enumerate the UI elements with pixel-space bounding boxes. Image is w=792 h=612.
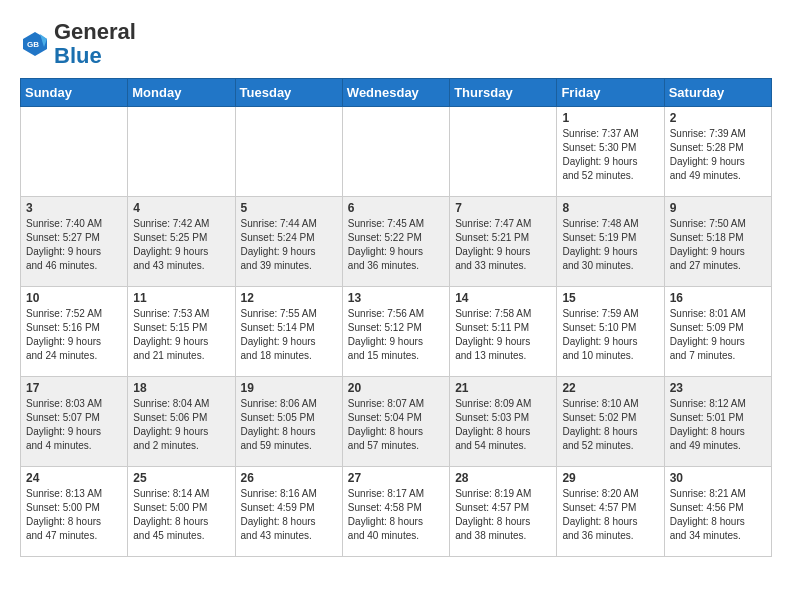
day-number: 25 (133, 471, 229, 485)
day-number: 12 (241, 291, 337, 305)
day-number: 1 (562, 111, 658, 125)
day-number: 7 (455, 201, 551, 215)
day-number: 15 (562, 291, 658, 305)
day-number: 19 (241, 381, 337, 395)
logo-text: General Blue (54, 20, 136, 68)
day-number: 22 (562, 381, 658, 395)
day-number: 17 (26, 381, 122, 395)
day-number: 9 (670, 201, 766, 215)
day-info: Sunrise: 8:21 AM Sunset: 4:56 PM Dayligh… (670, 487, 766, 543)
calendar-day-cell (235, 107, 342, 197)
weekday-header-saturday: Saturday (664, 79, 771, 107)
calendar-day-cell: 23Sunrise: 8:12 AM Sunset: 5:01 PM Dayli… (664, 377, 771, 467)
calendar-day-cell: 10Sunrise: 7:52 AM Sunset: 5:16 PM Dayli… (21, 287, 128, 377)
day-info: Sunrise: 7:45 AM Sunset: 5:22 PM Dayligh… (348, 217, 444, 273)
day-info: Sunrise: 8:07 AM Sunset: 5:04 PM Dayligh… (348, 397, 444, 453)
day-info: Sunrise: 8:16 AM Sunset: 4:59 PM Dayligh… (241, 487, 337, 543)
day-info: Sunrise: 8:09 AM Sunset: 5:03 PM Dayligh… (455, 397, 551, 453)
day-number: 28 (455, 471, 551, 485)
calendar-week-row: 3Sunrise: 7:40 AM Sunset: 5:27 PM Daylig… (21, 197, 772, 287)
calendar-day-cell: 15Sunrise: 7:59 AM Sunset: 5:10 PM Dayli… (557, 287, 664, 377)
calendar-header-row: SundayMondayTuesdayWednesdayThursdayFrid… (21, 79, 772, 107)
logo-icon: GB (20, 29, 50, 59)
calendar-day-cell: 3Sunrise: 7:40 AM Sunset: 5:27 PM Daylig… (21, 197, 128, 287)
day-number: 16 (670, 291, 766, 305)
day-info: Sunrise: 7:44 AM Sunset: 5:24 PM Dayligh… (241, 217, 337, 273)
day-info: Sunrise: 8:03 AM Sunset: 5:07 PM Dayligh… (26, 397, 122, 453)
day-number: 8 (562, 201, 658, 215)
day-number: 6 (348, 201, 444, 215)
day-info: Sunrise: 7:50 AM Sunset: 5:18 PM Dayligh… (670, 217, 766, 273)
calendar-day-cell (450, 107, 557, 197)
day-number: 23 (670, 381, 766, 395)
day-info: Sunrise: 8:01 AM Sunset: 5:09 PM Dayligh… (670, 307, 766, 363)
day-info: Sunrise: 8:20 AM Sunset: 4:57 PM Dayligh… (562, 487, 658, 543)
calendar-day-cell: 13Sunrise: 7:56 AM Sunset: 5:12 PM Dayli… (342, 287, 449, 377)
calendar-week-row: 1Sunrise: 7:37 AM Sunset: 5:30 PM Daylig… (21, 107, 772, 197)
calendar-day-cell: 26Sunrise: 8:16 AM Sunset: 4:59 PM Dayli… (235, 467, 342, 557)
day-info: Sunrise: 8:04 AM Sunset: 5:06 PM Dayligh… (133, 397, 229, 453)
calendar-day-cell: 4Sunrise: 7:42 AM Sunset: 5:25 PM Daylig… (128, 197, 235, 287)
calendar-day-cell: 18Sunrise: 8:04 AM Sunset: 5:06 PM Dayli… (128, 377, 235, 467)
weekday-header-tuesday: Tuesday (235, 79, 342, 107)
logo-general: General (54, 19, 136, 44)
day-number: 24 (26, 471, 122, 485)
day-info: Sunrise: 7:52 AM Sunset: 5:16 PM Dayligh… (26, 307, 122, 363)
day-info: Sunrise: 7:48 AM Sunset: 5:19 PM Dayligh… (562, 217, 658, 273)
day-number: 14 (455, 291, 551, 305)
calendar-week-row: 24Sunrise: 8:13 AM Sunset: 5:00 PM Dayli… (21, 467, 772, 557)
calendar-day-cell: 6Sunrise: 7:45 AM Sunset: 5:22 PM Daylig… (342, 197, 449, 287)
day-info: Sunrise: 8:13 AM Sunset: 5:00 PM Dayligh… (26, 487, 122, 543)
calendar-table: SundayMondayTuesdayWednesdayThursdayFrid… (20, 78, 772, 557)
calendar-day-cell: 30Sunrise: 8:21 AM Sunset: 4:56 PM Dayli… (664, 467, 771, 557)
weekday-header-sunday: Sunday (21, 79, 128, 107)
calendar-day-cell: 14Sunrise: 7:58 AM Sunset: 5:11 PM Dayli… (450, 287, 557, 377)
day-number: 27 (348, 471, 444, 485)
calendar-day-cell: 21Sunrise: 8:09 AM Sunset: 5:03 PM Dayli… (450, 377, 557, 467)
day-number: 3 (26, 201, 122, 215)
calendar-day-cell: 7Sunrise: 7:47 AM Sunset: 5:21 PM Daylig… (450, 197, 557, 287)
logo-blue: Blue (54, 43, 102, 68)
day-number: 13 (348, 291, 444, 305)
day-number: 5 (241, 201, 337, 215)
day-info: Sunrise: 7:56 AM Sunset: 5:12 PM Dayligh… (348, 307, 444, 363)
day-number: 4 (133, 201, 229, 215)
day-info: Sunrise: 7:53 AM Sunset: 5:15 PM Dayligh… (133, 307, 229, 363)
calendar-day-cell: 22Sunrise: 8:10 AM Sunset: 5:02 PM Dayli… (557, 377, 664, 467)
day-number: 29 (562, 471, 658, 485)
calendar-day-cell: 16Sunrise: 8:01 AM Sunset: 5:09 PM Dayli… (664, 287, 771, 377)
day-number: 26 (241, 471, 337, 485)
day-info: Sunrise: 8:06 AM Sunset: 5:05 PM Dayligh… (241, 397, 337, 453)
calendar-day-cell: 8Sunrise: 7:48 AM Sunset: 5:19 PM Daylig… (557, 197, 664, 287)
logo: GB General Blue (20, 20, 136, 68)
calendar-day-cell: 1Sunrise: 7:37 AM Sunset: 5:30 PM Daylig… (557, 107, 664, 197)
weekday-header-monday: Monday (128, 79, 235, 107)
calendar-day-cell: 9Sunrise: 7:50 AM Sunset: 5:18 PM Daylig… (664, 197, 771, 287)
day-info: Sunrise: 7:47 AM Sunset: 5:21 PM Dayligh… (455, 217, 551, 273)
calendar-day-cell: 27Sunrise: 8:17 AM Sunset: 4:58 PM Dayli… (342, 467, 449, 557)
day-info: Sunrise: 8:17 AM Sunset: 4:58 PM Dayligh… (348, 487, 444, 543)
day-number: 11 (133, 291, 229, 305)
day-info: Sunrise: 7:59 AM Sunset: 5:10 PM Dayligh… (562, 307, 658, 363)
calendar-day-cell (342, 107, 449, 197)
day-info: Sunrise: 8:12 AM Sunset: 5:01 PM Dayligh… (670, 397, 766, 453)
day-number: 18 (133, 381, 229, 395)
day-number: 30 (670, 471, 766, 485)
calendar-day-cell: 17Sunrise: 8:03 AM Sunset: 5:07 PM Dayli… (21, 377, 128, 467)
day-info: Sunrise: 8:19 AM Sunset: 4:57 PM Dayligh… (455, 487, 551, 543)
day-info: Sunrise: 7:58 AM Sunset: 5:11 PM Dayligh… (455, 307, 551, 363)
calendar-day-cell: 5Sunrise: 7:44 AM Sunset: 5:24 PM Daylig… (235, 197, 342, 287)
day-info: Sunrise: 8:10 AM Sunset: 5:02 PM Dayligh… (562, 397, 658, 453)
calendar-day-cell: 2Sunrise: 7:39 AM Sunset: 5:28 PM Daylig… (664, 107, 771, 197)
calendar-day-cell (21, 107, 128, 197)
day-info: Sunrise: 7:55 AM Sunset: 5:14 PM Dayligh… (241, 307, 337, 363)
day-number: 21 (455, 381, 551, 395)
day-info: Sunrise: 7:40 AM Sunset: 5:27 PM Dayligh… (26, 217, 122, 273)
day-number: 20 (348, 381, 444, 395)
calendar-day-cell: 12Sunrise: 7:55 AM Sunset: 5:14 PM Dayli… (235, 287, 342, 377)
day-info: Sunrise: 8:14 AM Sunset: 5:00 PM Dayligh… (133, 487, 229, 543)
calendar-day-cell: 11Sunrise: 7:53 AM Sunset: 5:15 PM Dayli… (128, 287, 235, 377)
calendar-day-cell: 24Sunrise: 8:13 AM Sunset: 5:00 PM Dayli… (21, 467, 128, 557)
day-number: 10 (26, 291, 122, 305)
day-info: Sunrise: 7:37 AM Sunset: 5:30 PM Dayligh… (562, 127, 658, 183)
